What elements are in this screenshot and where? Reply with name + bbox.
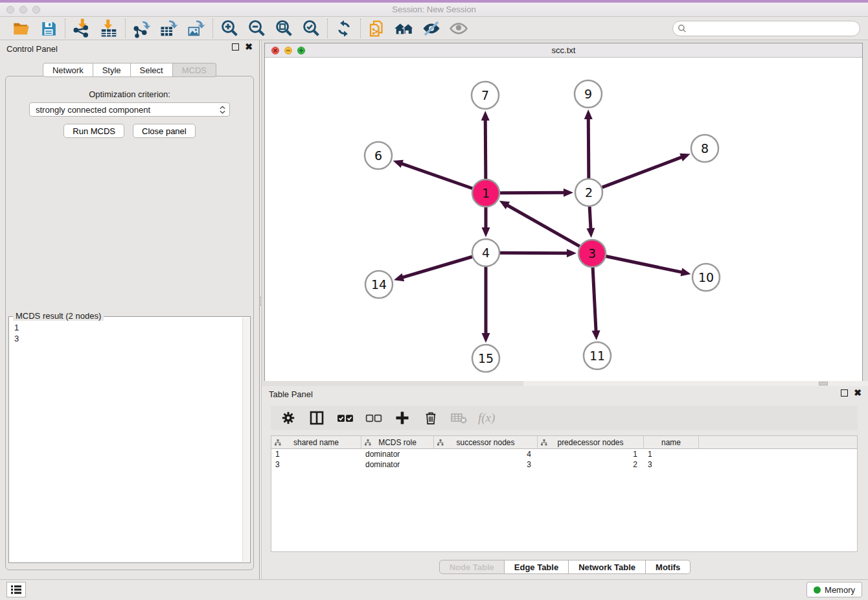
zoom-in-icon[interactable] (219, 18, 240, 39)
mcds-panel: Optimization criterion: strongly connect… (5, 76, 254, 570)
export-network-icon[interactable] (131, 18, 152, 39)
cell-MCDS-role[interactable]: dominator (361, 459, 434, 470)
node-8[interactable]: 8 (691, 135, 718, 162)
tab-network-table[interactable]: Network Table (569, 560, 646, 574)
memory-button[interactable]: Memory (806, 582, 862, 597)
tab-edge-table[interactable]: Edge Table (505, 560, 569, 574)
column-header-shared-name[interactable]: shared name (271, 436, 361, 448)
delete-columns-icon[interactable] (421, 408, 440, 428)
cell-predecessor-nodes[interactable]: 2 (538, 459, 644, 470)
tab-motifs[interactable]: Motifs (646, 560, 691, 574)
export-image-icon[interactable] (186, 18, 207, 39)
memory-label: Memory (825, 585, 855, 595)
cell-shared-name[interactable]: 3 (271, 459, 361, 470)
column-header-successor-nodes[interactable]: successor nodes (434, 436, 538, 448)
add-column-icon[interactable] (393, 408, 412, 428)
table-row[interactable]: 3dominator323 (271, 459, 857, 470)
new-network-from-selection-icon[interactable] (367, 18, 387, 39)
edge-4-14[interactable] (402, 257, 472, 277)
tab-network[interactable]: Network (43, 63, 93, 77)
network-canvas[interactable]: 7968124314101511 (265, 58, 862, 381)
column-header-predecessor-nodes[interactable]: predecessor nodes (538, 436, 644, 448)
edge-1-7[interactable] (485, 119, 486, 179)
table-options-icon[interactable] (279, 408, 298, 428)
task-history-button[interactable] (6, 582, 26, 597)
cell-name[interactable]: 1 (644, 449, 699, 459)
run-mcds-button[interactable]: Run MCDS (63, 124, 124, 138)
cell-shared-name[interactable]: 1 (271, 449, 361, 459)
tab-node-table[interactable]: Node Table (439, 560, 505, 574)
edge-2-3[interactable] (589, 207, 591, 229)
app-titlebar: Session: New Session (0, 3, 868, 17)
node-15[interactable]: 15 (472, 345, 499, 372)
node-3[interactable]: 3 (578, 240, 606, 267)
search-input[interactable] (672, 21, 860, 36)
table-row[interactable]: 1dominator411 (271, 449, 857, 459)
node-7[interactable]: 7 (472, 82, 499, 109)
zoom-selected-icon[interactable] (301, 18, 321, 39)
column-header-filler (699, 436, 857, 448)
delete-table-icon[interactable] (450, 408, 469, 428)
optimization-criterion-select[interactable]: strongly connected component (29, 102, 230, 117)
network-graph[interactable]: 7968124314101511 (265, 58, 862, 381)
tab-style[interactable]: Style (93, 63, 131, 77)
network-window-titlebar[interactable]: scc.txt (265, 43, 862, 58)
node-label-11: 11 (589, 349, 605, 363)
node-label-4: 4 (482, 246, 490, 260)
edge-arrowhead-3-10 (680, 268, 691, 277)
float-panel-icon[interactable] (232, 43, 239, 51)
import-table-icon[interactable] (98, 18, 119, 39)
edge-1-2[interactable] (500, 192, 565, 193)
function-builder-icon[interactable]: f(x) (478, 411, 495, 425)
edge-2-9[interactable] (588, 118, 589, 178)
zoom-out-icon[interactable] (246, 18, 267, 39)
edge-3-1[interactable] (507, 205, 580, 246)
horizontal-splitter-grip[interactable] (819, 382, 828, 386)
float-table-panel-icon[interactable] (841, 389, 848, 397)
select-all-icon[interactable] (336, 408, 355, 428)
edge-arrowhead-4-3 (567, 249, 577, 257)
node-1[interactable]: 1 (472, 179, 499, 207)
save-session-icon[interactable] (38, 18, 59, 39)
cell-successor-nodes[interactable]: 4 (434, 449, 538, 459)
node-11[interactable]: 11 (584, 342, 611, 369)
edge-3-11[interactable] (593, 268, 596, 332)
node-10[interactable]: 10 (692, 264, 720, 291)
node-9[interactable]: 9 (575, 80, 602, 108)
node-6[interactable]: 6 (365, 142, 392, 169)
edge-arrowhead-2-9 (584, 110, 593, 119)
hide-selected-icon[interactable] (421, 18, 442, 39)
cell-successor-nodes[interactable]: 3 (434, 459, 538, 470)
main-toolbar (0, 17, 868, 40)
column-header-MCDS-role[interactable]: MCDS role (361, 436, 434, 448)
first-neighbors-icon[interactable] (394, 18, 415, 39)
cell-name[interactable]: 3 (644, 459, 699, 470)
export-table-icon[interactable] (159, 18, 179, 39)
close-table-panel-icon[interactable]: ✖ (854, 389, 862, 397)
edge-4-3[interactable] (500, 253, 568, 253)
edge-3-10[interactable] (606, 257, 683, 273)
open-session-icon[interactable] (11, 18, 32, 39)
cell-MCDS-role[interactable]: dominator (361, 449, 434, 459)
tab-mcds[interactable]: MCDS (173, 63, 216, 77)
mcds-result-scrollbar[interactable] (242, 317, 249, 562)
tab-select[interactable]: Select (131, 63, 173, 77)
zoom-fit-icon[interactable] (273, 18, 294, 39)
import-network-icon[interactable] (71, 18, 92, 39)
node-14[interactable]: 14 (365, 271, 393, 298)
show-columns-icon[interactable] (307, 408, 326, 428)
column-header-name[interactable]: name (644, 436, 699, 448)
cell-predecessor-nodes[interactable]: 1 (538, 449, 644, 459)
close-panel-button[interactable]: Close panel (133, 124, 196, 138)
edge-1-6[interactable] (401, 163, 472, 189)
refresh-icon[interactable] (334, 18, 354, 39)
close-panel-icon[interactable]: ✖ (245, 43, 253, 51)
node-2[interactable]: 2 (575, 179, 602, 206)
horizontal-splitter[interactable] (523, 381, 868, 386)
mcds-result-text[interactable]: 1 3 (9, 319, 242, 562)
deselect-all-icon[interactable] (364, 408, 383, 428)
show-all-icon[interactable] (448, 18, 469, 39)
node-table: shared nameMCDS rolesuccessor nodesprede… (271, 435, 858, 552)
node-4[interactable]: 4 (472, 239, 499, 266)
edge-2-8[interactable] (602, 157, 683, 187)
